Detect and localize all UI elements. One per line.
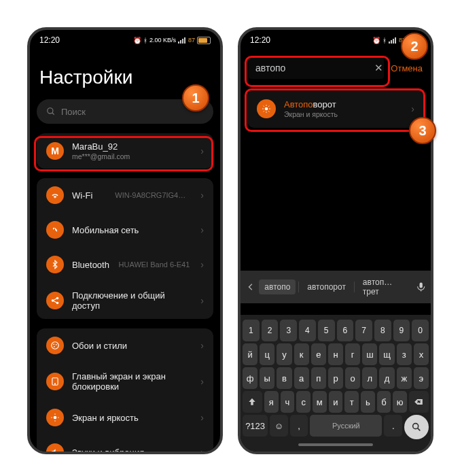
- key-ж[interactable]: ж: [397, 367, 412, 389]
- settings-row-share[interactable]: Подключение и общий доступ›: [37, 282, 213, 319]
- wifi-icon: [178, 37, 186, 44]
- key-shift[interactable]: [243, 391, 262, 413]
- account-card[interactable]: M MaraBu_92 me***@gmail.com ›: [37, 133, 213, 169]
- chevron-right-icon: ›: [200, 412, 204, 423]
- settings-row-mobile[interactable]: Мобильная сеть›: [37, 212, 213, 247]
- key-х[interactable]: х: [414, 343, 429, 365]
- clock: 12:20: [250, 35, 270, 45]
- key-3[interactable]: 3: [280, 320, 297, 341]
- key-щ[interactable]: щ: [379, 343, 394, 365]
- key-8[interactable]: 8: [374, 320, 391, 341]
- key-к[interactable]: к: [294, 343, 309, 365]
- key-н[interactable]: н: [328, 343, 343, 365]
- bt-icon: [46, 256, 64, 273]
- key-ц[interactable]: ц: [260, 343, 274, 365]
- gesture-bar[interactable]: [298, 443, 373, 446]
- svg-point-10: [54, 346, 55, 347]
- key-9[interactable]: 9: [393, 320, 410, 341]
- account-name: MaraBu_92: [72, 141, 192, 152]
- key-comma[interactable]: ,: [290, 415, 308, 437]
- row-label: Мобильная сеть: [72, 225, 192, 235]
- clock: 12:20: [39, 35, 60, 45]
- key-з[interactable]: з: [397, 343, 412, 365]
- key-space[interactable]: Русский: [310, 415, 382, 437]
- key-у[interactable]: у: [277, 343, 291, 365]
- key-с[interactable]: с: [296, 391, 310, 413]
- status-icons: ⏰ ᚼ 2.00 KB/s 87: [133, 37, 211, 44]
- key-period[interactable]: .: [384, 415, 402, 437]
- chevron-right-icon: ›: [200, 376, 204, 387]
- keyboard-suggestions: автопо автопорот автоп…трет: [241, 271, 431, 303]
- cancel-button[interactable]: Отмена: [391, 63, 423, 73]
- svg-point-9: [56, 344, 57, 345]
- search-result-autorotation[interactable]: Автоповорот Экран и яркость ›: [247, 90, 424, 128]
- home-icon: [46, 373, 64, 390]
- mic-icon[interactable]: [415, 281, 427, 293]
- key-б[interactable]: б: [377, 391, 391, 413]
- key-д[interactable]: д: [379, 367, 394, 389]
- svg-line-1: [52, 113, 54, 115]
- chevron-left-icon[interactable]: [245, 281, 256, 293]
- key-ю[interactable]: ю: [393, 391, 407, 413]
- sound-icon: [46, 443, 64, 454]
- key-ш[interactable]: ш: [362, 343, 377, 365]
- key-search[interactable]: [404, 415, 429, 439]
- key-в[interactable]: в: [277, 367, 291, 389]
- brightness-icon: [257, 99, 276, 118]
- key-м[interactable]: м: [313, 391, 327, 413]
- badge-3: 3: [409, 117, 436, 144]
- key-э[interactable]: э: [414, 367, 429, 389]
- key-т[interactable]: т: [344, 391, 359, 413]
- key-2[interactable]: 2: [262, 320, 279, 341]
- key-ы[interactable]: ы: [260, 367, 274, 389]
- svg-point-8: [53, 343, 54, 345]
- result-sub: Экран и яркость: [284, 110, 403, 118]
- key-ь[interactable]: ь: [361, 391, 375, 413]
- chevron-right-icon: ›: [411, 103, 414, 114]
- key-г[interactable]: г: [345, 343, 360, 365]
- suggestion-3[interactable]: автоп…трет: [357, 275, 412, 299]
- suggestion-2[interactable]: автопорот: [302, 279, 351, 294]
- personalization-group: Обои и стили›Главный экран и экран блоки…: [37, 328, 213, 454]
- key-7[interactable]: 7: [355, 320, 372, 341]
- key-л[interactable]: л: [362, 367, 377, 389]
- key-ч[interactable]: ч: [281, 391, 295, 413]
- key-emoji[interactable]: ☺: [270, 415, 288, 437]
- account-email: me***@gmail.com: [72, 152, 192, 160]
- key-backspace[interactable]: [409, 391, 429, 413]
- key-п[interactable]: п: [311, 367, 326, 389]
- key-5[interactable]: 5: [318, 320, 335, 341]
- wifi-icon: [46, 186, 64, 204]
- suggestion-1[interactable]: автопо: [259, 279, 296, 294]
- bt-icon: ᚼ: [383, 37, 387, 44]
- key-й[interactable]: й: [243, 343, 257, 365]
- chevron-right-icon: ›: [200, 190, 204, 201]
- search-placeholder: Поиск: [61, 107, 86, 117]
- key-4[interactable]: 4: [299, 320, 316, 341]
- settings-row-wifi[interactable]: Wi-FiWIN-9A8CRG7IG4Q 3850›: [37, 178, 213, 212]
- key-о[interactable]: о: [345, 367, 360, 389]
- key-а[interactable]: а: [294, 367, 309, 389]
- key-и[interactable]: и: [329, 391, 343, 413]
- key-я[interactable]: я: [264, 391, 279, 413]
- search-field[interactable]: автопо: [249, 57, 384, 79]
- settings-row-bt[interactable]: BluetoothHUAWEI Band 6-E41›: [37, 247, 213, 282]
- clear-icon[interactable]: ✕: [374, 62, 383, 74]
- svg-point-7: [52, 342, 59, 350]
- svg-line-24: [268, 111, 269, 112]
- key-6[interactable]: 6: [337, 320, 354, 341]
- settings-row-sound[interactable]: Звуки и вибрация›: [37, 435, 213, 454]
- key-е[interactable]: е: [311, 343, 326, 365]
- settings-row-display[interactable]: Экран и яркость›: [37, 400, 213, 435]
- key-р[interactable]: р: [328, 367, 343, 389]
- settings-row-home[interactable]: Главный экран и экран блокировки›: [37, 362, 213, 400]
- chevron-right-icon: ›: [200, 295, 204, 306]
- settings-row-wall[interactable]: Обои и стили›: [37, 328, 213, 362]
- alarm-icon: ⏰: [133, 37, 141, 44]
- key-symbols[interactable]: ?123: [243, 415, 268, 437]
- key-ф[interactable]: ф: [243, 367, 257, 389]
- battery-pct: 87: [188, 37, 195, 44]
- key-0[interactable]: 0: [412, 320, 429, 341]
- status-bar: 12:20 ⏰ ᚼ 2.00 KB/s 87: [30, 30, 220, 50]
- key-1[interactable]: 1: [243, 320, 260, 341]
